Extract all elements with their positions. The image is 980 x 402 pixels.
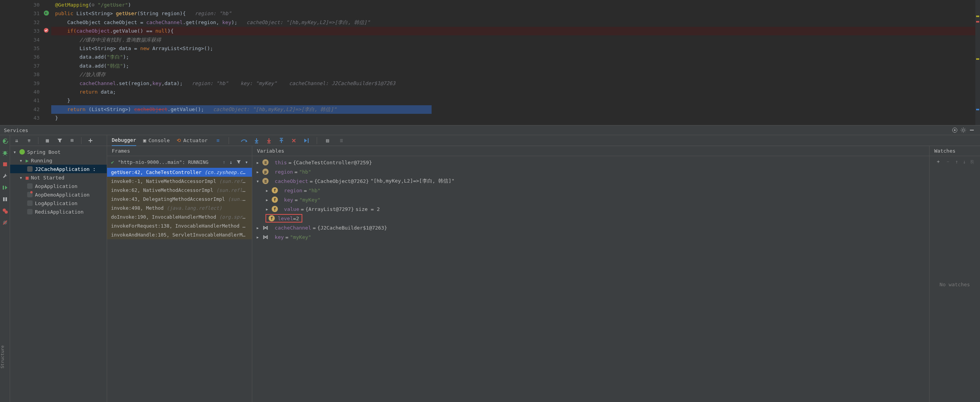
svg-rect-9 bbox=[3, 197, 5, 201]
tree-app[interactable]: AopApplication bbox=[10, 182, 107, 190]
force-step-into-icon[interactable] bbox=[265, 137, 272, 144]
step-into-icon[interactable] bbox=[253, 137, 260, 144]
step-over-icon[interactable] bbox=[241, 137, 248, 144]
watches-header: Watches bbox=[930, 146, 980, 156]
var-row[interactable]: ▸f region = "hb" bbox=[252, 186, 929, 195]
field-icon: f bbox=[272, 197, 278, 203]
remove-watch-icon[interactable]: － bbox=[945, 158, 951, 165]
tree-app-selected[interactable]: J2CacheApplication : bbox=[10, 165, 107, 173]
breakpoints-icon[interactable] bbox=[2, 207, 9, 214]
frame-row[interactable]: invoke:43, DelegatingMethodAccessorImpl … bbox=[107, 195, 252, 204]
run-to-cursor-icon[interactable] bbox=[303, 137, 310, 144]
gear-icon[interactable] bbox=[959, 126, 968, 134]
var-row[interactable]: ▸⋈ key = "myKey" bbox=[252, 232, 929, 242]
actuator-icon: ⟲ bbox=[177, 137, 181, 143]
breakpoint-icon[interactable] bbox=[43, 28, 50, 34]
svg-point-3 bbox=[954, 129, 956, 131]
wrench-icon[interactable] bbox=[2, 172, 9, 179]
minimize-icon[interactable] bbox=[968, 126, 976, 134]
arrow-up-icon[interactable]: ↑ bbox=[223, 159, 226, 165]
services-tree[interactable]: ⇊ ⇈ ▦ ⊞ ▾Spring Boot ▾▶Running J2CacheAp… bbox=[10, 135, 107, 402]
spring-icon bbox=[19, 149, 25, 155]
expand-icon[interactable]: ⇊ bbox=[13, 137, 20, 144]
filter-frames-icon[interactable] bbox=[236, 160, 241, 164]
tree-app[interactable]: LogApplication bbox=[10, 199, 107, 207]
tree-running[interactable]: ▾▶Running bbox=[10, 156, 107, 165]
rerun-icon[interactable] bbox=[2, 137, 9, 144]
copy-watch-icon[interactable]: ⎘ bbox=[971, 159, 974, 165]
stop-icon[interactable] bbox=[2, 161, 9, 168]
frames-pane[interactable]: Frames ✔ "http-nio-9000...main": RUNNING… bbox=[107, 146, 252, 402]
structure-tool-label[interactable]: Structure bbox=[0, 343, 9, 371]
group-icon[interactable]: ⊞ bbox=[69, 137, 76, 144]
frame-row[interactable]: invoke0:-1, NativeMethodAccessorImpl (su… bbox=[107, 177, 252, 186]
tab-console[interactable]: ▣Console bbox=[143, 135, 170, 146]
tree-app[interactable]: AopDemoApplication bbox=[10, 190, 107, 199]
tab-debugger[interactable]: Debugger bbox=[112, 135, 136, 146]
gutter: 30 31 32 33 34 35 36 37 38 39 40 41 42 4… bbox=[23, 0, 43, 125]
svg-rect-17 bbox=[280, 138, 283, 139]
tree-notstarted[interactable]: ▾■Not Started bbox=[10, 173, 107, 182]
frame-row[interactable]: invokeForRequest:138, InvocableHandlerMe… bbox=[107, 221, 252, 230]
app-icon bbox=[27, 183, 33, 189]
svg-rect-16 bbox=[267, 143, 271, 143]
watch-down-icon[interactable]: ↓ bbox=[963, 159, 966, 165]
chevron-down-icon[interactable]: ▾ bbox=[245, 159, 248, 165]
variables-pane[interactable]: Variables ▸≡ this = {CacheTestController… bbox=[252, 146, 930, 402]
grid-icon[interactable]: ▦ bbox=[44, 137, 51, 144]
frame-row[interactable]: doInvoke:190, InvocableHandlerMethod (or… bbox=[107, 212, 252, 221]
var-row[interactable]: ▸≡ this = {CacheTestController@7259} bbox=[252, 158, 929, 167]
thread-selector[interactable]: "http-nio-9000...main": RUNNING bbox=[118, 159, 208, 165]
recursive-icon bbox=[43, 10, 50, 16]
watch-up-icon[interactable]: ↑ bbox=[955, 159, 958, 165]
resume-icon[interactable] bbox=[2, 184, 9, 191]
var-row[interactable]: ▸f key = "myKey" bbox=[252, 195, 929, 204]
filter-icon[interactable] bbox=[56, 137, 63, 144]
add-watch-icon[interactable]: ＋ bbox=[936, 158, 941, 165]
svg-point-4 bbox=[962, 129, 964, 131]
frame-row[interactable]: getUser:42, CacheTestController (cn.zysh… bbox=[107, 168, 252, 177]
field-icon: f bbox=[269, 215, 275, 221]
watches-pane[interactable]: Watches ＋ － ↑ ↓ ⎘ No watches bbox=[930, 146, 980, 402]
gutter-icons bbox=[43, 0, 51, 125]
threads-icon[interactable]: ≡ bbox=[215, 137, 222, 144]
tab-actuator[interactable]: ⟲Actuator bbox=[177, 135, 208, 146]
frame-list[interactable]: getUser:42, CacheTestController (cn.zysh… bbox=[107, 168, 252, 239]
code-area[interactable]: @GetMapping(⊙ "/getUser") public List<St… bbox=[51, 0, 980, 125]
var-row[interactable]: ▸⋈ cacheChannel = {J2CacheBuilder$1@7263… bbox=[252, 223, 929, 232]
svg-point-6 bbox=[3, 151, 7, 155]
var-row[interactable]: ▸p region = "hb" bbox=[252, 167, 929, 176]
app-icon bbox=[27, 192, 33, 197]
step-out-icon[interactable] bbox=[278, 137, 285, 144]
frame-row[interactable]: invoke:498, Method (java.lang.reflect) bbox=[107, 204, 252, 212]
collapse-icon[interactable]: ⇈ bbox=[26, 137, 33, 144]
stop-small-icon: ■ bbox=[26, 175, 29, 181]
add-icon[interactable] bbox=[87, 137, 94, 144]
arrow-down-icon[interactable]: ↓ bbox=[229, 159, 232, 165]
pause-icon[interactable] bbox=[2, 196, 9, 203]
target-icon[interactable] bbox=[951, 126, 959, 134]
frame-row[interactable]: invokeAndHandle:105, ServletInvocableHan… bbox=[107, 230, 252, 239]
check-icon: ✔ bbox=[111, 159, 114, 165]
trace-icon[interactable]: ≣ bbox=[338, 137, 345, 144]
tree-spring-boot[interactable]: ▾Spring Boot bbox=[10, 148, 107, 156]
class-icon: ≡ bbox=[262, 159, 269, 165]
svg-rect-18 bbox=[308, 138, 309, 143]
console-icon: ▣ bbox=[143, 137, 146, 143]
mute-bp-icon[interactable] bbox=[2, 219, 9, 226]
play-icon: ▶ bbox=[26, 158, 29, 164]
drop-frame-icon[interactable] bbox=[290, 137, 297, 144]
code-editor[interactable]: 30 31 32 33 34 35 36 37 38 39 40 41 42 4… bbox=[0, 0, 980, 125]
frame-row[interactable]: invoke:62, NativeMethodAccessorImpl (sun… bbox=[107, 186, 252, 195]
evaluate-icon[interactable]: ▤ bbox=[324, 137, 331, 144]
watches-empty: No watches bbox=[930, 167, 980, 402]
fold-column bbox=[0, 0, 23, 125]
app-icon bbox=[27, 166, 33, 172]
tree-app[interactable]: RedisApplication bbox=[10, 207, 107, 216]
var-row-level[interactable]: f level = 2 bbox=[252, 214, 929, 223]
var-row[interactable]: ▾≡ cacheObject = {CacheObject@7262} "[hb… bbox=[252, 176, 929, 186]
bug-icon[interactable] bbox=[2, 149, 9, 156]
error-stripe[interactable] bbox=[975, 0, 980, 125]
var-row[interactable]: ▸f value = {ArrayList@7297} size = 2 bbox=[252, 204, 929, 214]
field-icon: f bbox=[272, 187, 278, 193]
